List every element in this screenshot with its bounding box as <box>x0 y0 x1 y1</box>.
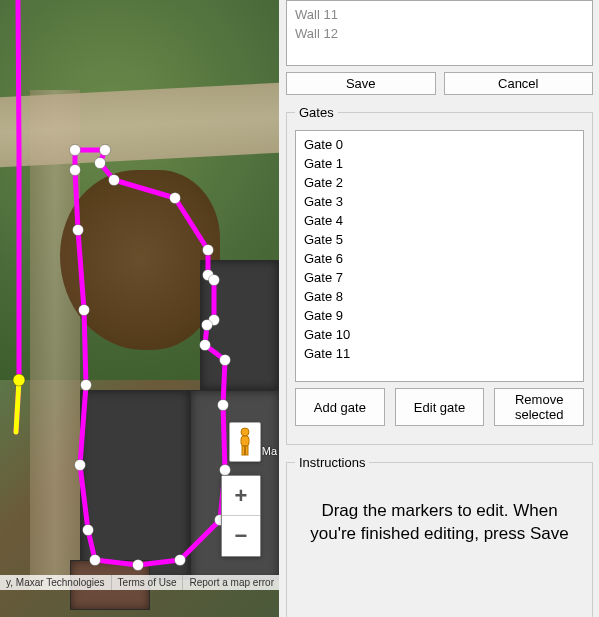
polygon-marker[interactable] <box>220 465 231 476</box>
polygon-marker[interactable] <box>203 245 214 256</box>
gates-list-item[interactable]: Gate 10 <box>302 325 577 344</box>
gates-list-item[interactable]: Gate 3 <box>302 192 577 211</box>
polygon-marker[interactable] <box>209 275 220 286</box>
map-attribution-link[interactable]: y, Maxar Technologies <box>0 575 112 590</box>
gates-list-item[interactable]: Gate 0 <box>302 135 577 154</box>
map-partial-label: Ma <box>262 445 277 457</box>
map-attribution: y, Maxar TechnologiesTerms of UseReport … <box>0 575 279 590</box>
cancel-button[interactable]: Cancel <box>444 72 594 95</box>
gates-group: Gates Gate 0Gate 1Gate 2Gate 3Gate 4Gate… <box>286 105 593 445</box>
instructions-group: Instructions Drag the markers to edit. W… <box>286 455 593 617</box>
map-pane[interactable]: Ma + − y, Maxar TechnologiesTerms of Use… <box>0 0 279 617</box>
remove-selected-button[interactable]: Remove selected <box>494 388 584 426</box>
edit-gate-button[interactable]: Edit gate <box>395 388 485 426</box>
polygon-marker[interactable] <box>75 460 86 471</box>
polygon-marker[interactable] <box>83 525 94 536</box>
polygon-marker[interactable] <box>175 555 186 566</box>
polygon-marker[interactable] <box>109 175 120 186</box>
walls-list-item[interactable]: Wall 11 <box>293 5 586 24</box>
gates-list-item[interactable]: Gate 5 <box>302 230 577 249</box>
polygon-marker[interactable] <box>220 355 231 366</box>
polygon-marker[interactable] <box>133 560 144 571</box>
polygon-marker[interactable] <box>73 225 84 236</box>
zoom-in-button[interactable]: + <box>222 476 260 516</box>
polygon-marker[interactable] <box>70 165 81 176</box>
add-gate-button[interactable]: Add gate <box>295 388 385 426</box>
polygon-marker[interactable] <box>202 320 213 331</box>
gates-list-item[interactable]: Gate 8 <box>302 287 577 306</box>
gates-list-item[interactable]: Gate 2 <box>302 173 577 192</box>
side-pane: Wall 11Wall 12 Save Cancel Gates Gate 0G… <box>282 0 597 617</box>
svg-point-0 <box>241 428 249 436</box>
map-attribution-link[interactable]: Terms of Use <box>112 575 184 590</box>
walls-listbox[interactable]: Wall 11Wall 12 <box>286 0 593 66</box>
track-marker[interactable] <box>13 374 25 386</box>
svg-rect-1 <box>241 436 249 446</box>
gates-list-item[interactable]: Gate 7 <box>302 268 577 287</box>
svg-rect-3 <box>246 446 249 455</box>
polygon-marker[interactable] <box>100 145 111 156</box>
polygon-marker[interactable] <box>200 340 211 351</box>
walls-list-item[interactable]: Wall 12 <box>293 24 586 43</box>
gates-list-item[interactable]: Gate 4 <box>302 211 577 230</box>
gates-listbox[interactable]: Gate 0Gate 1Gate 2Gate 3Gate 4Gate 5Gate… <box>295 130 584 382</box>
gates-list-item[interactable]: Gate 11 <box>302 344 577 363</box>
gates-list-item[interactable]: Gate 9 <box>302 306 577 325</box>
gates-list-item[interactable]: Gate 1 <box>302 154 577 173</box>
instructions-text: Drag the markers to edit. When you're fi… <box>295 480 584 610</box>
polygon-marker[interactable] <box>170 193 181 204</box>
polygon-marker[interactable] <box>90 555 101 566</box>
svg-rect-2 <box>242 446 245 455</box>
map-attribution-link[interactable]: Report a map error <box>183 575 279 590</box>
pegman-icon <box>235 427 255 457</box>
polygon-marker[interactable] <box>95 158 106 169</box>
polygon-marker[interactable] <box>218 400 229 411</box>
polygon-marker[interactable] <box>81 380 92 391</box>
streetview-pegman[interactable] <box>229 422 261 462</box>
instructions-legend: Instructions <box>295 455 369 470</box>
save-button[interactable]: Save <box>286 72 436 95</box>
polygon-marker[interactable] <box>70 145 81 156</box>
zoom-control: + − <box>221 475 261 557</box>
gates-list-item[interactable]: Gate 6 <box>302 249 577 268</box>
zoom-out-button[interactable]: − <box>222 516 260 556</box>
gates-legend: Gates <box>295 105 338 120</box>
polygon-marker[interactable] <box>79 305 90 316</box>
